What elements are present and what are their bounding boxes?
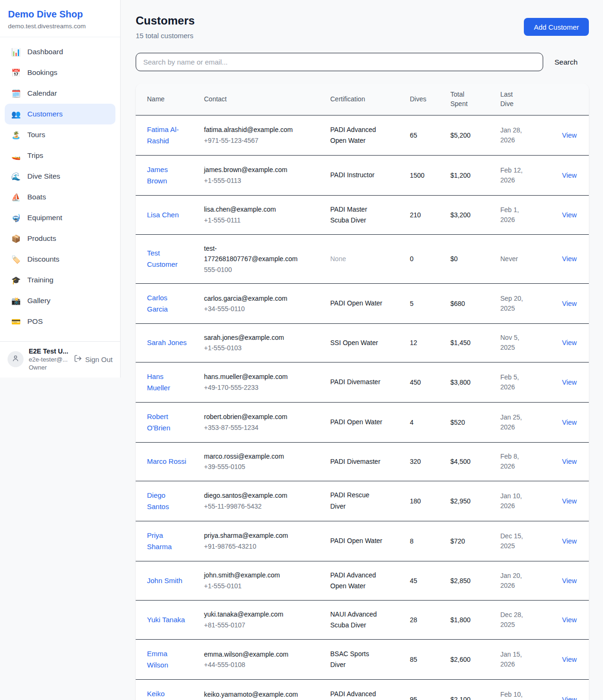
customer-certification: PADI Advanced Open Water [330,570,384,592]
customer-total-spent: $1,450 [450,323,500,362]
customers-table: NameContactCertificationDivesTotal Spent… [136,83,589,700]
customer-email: priya.sharma@example.com [204,530,304,541]
customer-phone: +81-555-0107 [204,620,323,630]
column-header-name: Name [136,83,204,115]
sidebar-item-pos[interactable]: 💳POS [5,311,115,332]
view-link[interactable]: View [562,211,577,219]
search-input[interactable] [136,53,543,71]
customer-name-link[interactable]: Emma Wilson [147,648,188,671]
customer-dives: 210 [410,195,450,234]
sidebar-item-tours[interactable]: 🏝️Tours [5,124,115,145]
customer-name-link[interactable]: Sarah Jones [147,337,187,348]
sidebar-item-customers[interactable]: 👥Customers [5,104,115,124]
view-link[interactable]: View [562,458,577,465]
sidebar-item-label: Bookings [27,68,57,77]
customer-row: Hans Muellerhans.mueller@example.com+49-… [136,362,589,402]
customer-name-link[interactable]: Test Customer [147,247,188,270]
column-header-contact: Contact [204,83,330,115]
customer-dives: 180 [410,481,450,521]
view-link[interactable]: View [562,419,577,426]
user-info: E2E Test U... e2e-tester@... Owner [29,347,69,371]
view-link[interactable]: View [562,300,577,307]
sidebar-item-bookings[interactable]: 📅Bookings [5,62,115,83]
customer-name-link[interactable]: Hans Mueller [147,371,188,394]
customer-name-link[interactable]: Fatima Al-Rashid [147,124,188,147]
view-link[interactable]: View [562,255,577,263]
customer-email: james.brown@example.com [204,165,304,175]
sailboat-icon: ⛵ [11,193,21,202]
sidebar-item-boats[interactable]: ⛵Boats [5,187,115,207]
sidebar-item-discounts[interactable]: 🏷️Discounts [5,249,115,270]
customer-name-link[interactable]: Diego Santos [147,490,188,512]
user-email: e2e-tester@... [29,356,69,363]
customer-total-spent: $1,200 [450,155,500,195]
customer-email: fatima.alrashid@example.com [204,124,304,135]
sign-out-button[interactable]: Sign Out [74,354,113,364]
customer-email: emma.wilson@example.com [204,649,304,659]
customer-name-link[interactable]: Priya Sharma [147,530,188,552]
search-button[interactable]: Search [543,58,589,66]
customer-phone: +55-11-99876-5432 [204,501,323,511]
sidebar-item-gallery[interactable]: 📸Gallery [5,290,115,311]
sidebar-item-trips[interactable]: 🚤Trips [5,145,115,166]
customer-total-spent: $2,850 [450,561,500,600]
package-icon: 📦 [11,234,21,243]
sidebar-item-label: Trips [27,151,43,160]
customer-row: Sarah Jonessarah.jones@example.com+1-555… [136,323,589,362]
view-link[interactable]: View [562,132,577,139]
customer-name-link[interactable]: Marco Rossi [147,456,186,467]
customer-name-link[interactable]: Carlos Garcia [147,292,188,315]
sidebar-item-calendar[interactable]: 🗓️Calendar [5,83,115,104]
customer-total-spent: $3,200 [450,195,500,234]
customer-email: test-1772681807767@example.com [204,243,304,264]
sidebar-item-products[interactable]: 📦Products [5,228,115,249]
customer-email: marco.rossi@example.com [204,451,304,461]
sidebar-item-dashboard[interactable]: 📊Dashboard [5,41,115,62]
brand-block: Demo Dive Shop demo.test.divestreams.com [0,0,120,37]
customer-name-link[interactable]: Robert O'Brien [147,411,188,434]
column-header-last: Last Dive [500,83,546,115]
sidebar-item-training[interactable]: 🎓Training [5,270,115,290]
customer-phone: +91-98765-43210 [204,541,323,552]
customers-table-card: NameContactCertificationDivesTotal Spent… [136,83,589,700]
customer-email: john.smith@example.com [204,570,304,580]
customer-total-spent: $680 [450,283,500,323]
customer-dives: 85 [410,639,450,679]
customer-count: 15 total customers [136,32,195,40]
column-header-spent: Total Spent [450,83,500,115]
view-link[interactable]: View [562,537,577,545]
view-link[interactable]: View [562,497,577,505]
view-link[interactable]: View [562,696,577,700]
customer-name-link[interactable]: John Smith [147,575,182,586]
shop-name: Demo Dive Shop [8,8,113,20]
customer-email: lisa.chen@example.com [204,204,304,214]
customer-phone: 555-0100 [204,264,323,275]
customer-last-dive: Feb 1, 2026 [500,205,530,225]
view-link[interactable]: View [562,577,577,585]
camera-icon: 📸 [11,296,21,305]
customer-total-spent: $1,800 [450,600,500,639]
view-link[interactable]: View [562,172,577,179]
sidebar-item-dive-sites[interactable]: 🌊Dive Sites [5,166,115,187]
customer-phone: +49-170-555-2233 [204,382,323,393]
view-link[interactable]: View [562,339,577,346]
sidebar-item-equipment[interactable]: 🤿Equipment [5,207,115,228]
sidebar-item-label: Tours [27,131,45,139]
sidebar-item-label: Products [27,234,56,243]
view-link[interactable]: View [562,656,577,663]
add-customer-button[interactable]: Add Customer [524,18,589,36]
customer-row: Keiko Yamamotokeiko.yamamoto@example.com… [136,679,589,700]
customer-total-spent: $4,500 [450,442,500,481]
customer-name-link[interactable]: Lisa Chen [147,209,179,221]
customer-name-link[interactable]: Keiko Yamamoto [147,688,188,700]
view-link[interactable]: View [562,379,577,386]
customer-email: robert.obrien@example.com [204,412,304,422]
page-title: Customers [136,14,195,27]
view-link[interactable]: View [562,616,577,624]
customer-certification: SSI Open Water [330,338,378,348]
customer-last-dive: Nov 5, 2025 [500,333,530,353]
customer-name-link[interactable]: Yuki Tanaka [147,614,185,626]
customer-dives: 8 [410,521,450,561]
avatar [8,351,24,367]
customer-name-link[interactable]: James Brown [147,164,188,187]
